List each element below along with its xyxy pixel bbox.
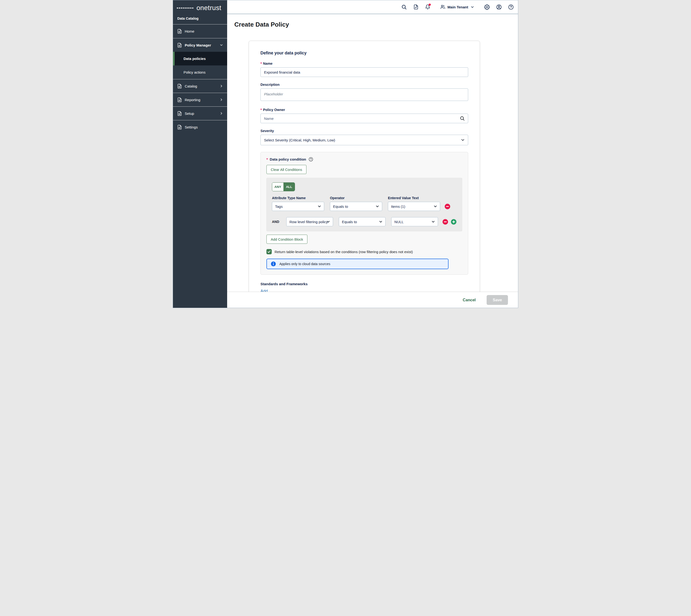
severity-field: Severity Select Severity (Critical, High… — [261, 129, 468, 145]
sidebar-item-label: Policy actions — [183, 70, 206, 74]
policy-owner-input[interactable] — [261, 114, 468, 123]
sidebar-item-label: Settings — [185, 125, 223, 129]
policy-owner-field: * Policy Owner — [261, 108, 468, 123]
operator-select[interactable]: Equals to — [339, 217, 385, 226]
severity-select[interactable]: Select Severity (Critical, High, Medium,… — [261, 135, 468, 145]
document-icon — [177, 84, 182, 89]
sidebar-item-policy-actions[interactable]: Policy actions — [173, 65, 227, 79]
condition-column-headers: Attribute Type Name Operator Entered Val… — [272, 196, 457, 200]
sidebar-item-catalog[interactable]: Catalog — [173, 79, 227, 93]
toggle-all[interactable]: ALL — [284, 183, 295, 191]
page-title: Create Data Policy — [234, 21, 518, 28]
add-condition-block-button[interactable]: Add Condition Block — [266, 235, 307, 244]
topbar: Main Tenant — [227, 0, 518, 14]
app-window: onetrust Data Catalog Home Policy Manage… — [173, 0, 518, 308]
chevron-down-icon — [326, 220, 330, 224]
tenant-label: Main Tenant — [448, 5, 468, 9]
any-all-toggle[interactable]: ANY ALL — [272, 182, 295, 191]
value-select[interactable]: Items (1) — [388, 202, 440, 211]
table-level-violations-option: Return table-level violations based on t… — [266, 249, 462, 254]
value-select-value: NULL — [394, 220, 403, 224]
operator-select-value: Equals to — [333, 204, 348, 208]
policy-owner-label: Policy Owner — [263, 108, 285, 112]
main-content: Create Data Policy Define your data poli… — [227, 14, 518, 292]
sidebar-item-label: Policy Manager — [185, 43, 217, 47]
document-icon — [177, 125, 182, 130]
document-icon — [177, 43, 182, 48]
sidebar-item-home[interactable]: Home — [173, 24, 227, 38]
tenant-switcher[interactable]: Main Tenant — [440, 4, 474, 9]
sidebar-item-data-policies[interactable]: Data policies — [173, 52, 227, 65]
operator-select[interactable]: Equals to — [330, 202, 382, 211]
remove-condition-button[interactable] — [442, 219, 448, 225]
settings-gear-icon[interactable] — [484, 4, 490, 10]
chevron-down-icon — [461, 138, 465, 142]
description-input[interactable] — [261, 88, 468, 101]
name-input[interactable] — [261, 67, 468, 77]
clear-all-conditions-button[interactable]: Clear All Conditions — [266, 165, 307, 174]
notifications-bell-icon[interactable] — [425, 4, 430, 9]
standards-add-link[interactable]: Add — [261, 289, 268, 292]
chevron-down-icon — [375, 204, 380, 208]
remove-condition-button[interactable] — [444, 203, 450, 210]
help-circle-icon[interactable] — [309, 157, 313, 161]
checkbox-label: Return table-level violations based on t… — [274, 250, 413, 254]
info-banner: Applies only to cloud data sources — [266, 259, 448, 269]
document-check-icon[interactable] — [413, 4, 419, 9]
account-avatar-icon[interactable] — [496, 4, 502, 10]
brand-wordmark: onetrust — [197, 4, 221, 12]
conjunction-label: AND — [272, 220, 281, 224]
sidebar-item-reporting[interactable]: Reporting — [173, 93, 227, 106]
attribute-select-value: Tags — [275, 204, 283, 208]
condition-row: AND Row level filtering policy Equals to — [272, 217, 457, 226]
data-policy-form-card: Define your data policy * Name Descripti… — [249, 41, 480, 292]
footer-action-bar: Cancel Save — [227, 292, 518, 308]
attribute-select[interactable]: Tags — [272, 202, 324, 211]
sidebar-item-policy-manager[interactable]: Policy Manager — [173, 38, 227, 52]
chevron-right-icon — [220, 84, 223, 88]
brand-logo: onetrust — [173, 0, 227, 13]
toggle-any[interactable]: ANY — [272, 183, 284, 191]
name-field: * Name — [261, 61, 468, 77]
operator-column-label: Operator — [330, 196, 382, 200]
search-icon[interactable] — [401, 4, 407, 10]
chevron-down-icon — [433, 204, 438, 208]
checkbox-checked[interactable] — [266, 249, 272, 254]
sidebar-item-label: Home — [185, 29, 223, 33]
value-select[interactable]: NULL — [391, 217, 438, 226]
required-marker: * — [261, 61, 262, 65]
condition-label: Data policy condition — [270, 157, 306, 161]
section-title: Define your data policy — [261, 50, 468, 56]
condition-panel: * Data policy condition Clear All Condit… — [261, 152, 468, 275]
sidebar-item-label: Catalog — [185, 84, 217, 88]
severity-select-value: Select Severity (Critical, High, Medium,… — [264, 138, 335, 142]
name-label: Name — [263, 62, 273, 65]
app-launcher-grid-icon[interactable] — [177, 7, 193, 8]
document-icon — [177, 111, 182, 116]
cancel-button[interactable]: Cancel — [463, 298, 475, 302]
sidebar: onetrust Data Catalog Home Policy Manage… — [173, 0, 227, 308]
condition-block: ANY ALL Attribute Type Name Operator Ent… — [266, 178, 462, 231]
help-icon[interactable] — [508, 4, 514, 10]
sidebar-item-setup[interactable]: Setup — [173, 106, 227, 120]
condition-row: Tags Equals to Items (1) — [272, 202, 457, 211]
description-label: Description — [261, 83, 280, 87]
attribute-column-label: Attribute Type Name — [272, 196, 324, 200]
severity-label: Severity — [261, 129, 274, 133]
sidebar-item-settings[interactable]: Settings — [173, 120, 227, 134]
sidebar-item-label: Reporting — [185, 98, 217, 102]
notification-badge-dot — [429, 4, 431, 6]
save-button[interactable]: Save — [487, 295, 508, 305]
chevron-right-icon — [220, 98, 223, 102]
chevron-down-icon — [431, 220, 436, 224]
sidebar-item-label: Data policies — [183, 57, 206, 61]
chevron-down-icon — [317, 204, 321, 208]
add-condition-button[interactable] — [451, 219, 457, 225]
sidebar-nav: Home Policy Manager Data policies Policy… — [173, 24, 227, 134]
chevron-down-icon — [220, 43, 223, 47]
operator-select-value: Equals to — [342, 220, 357, 224]
attribute-select[interactable]: Row level filtering policy — [286, 217, 333, 226]
info-banner-text: Applies only to cloud data sources — [280, 262, 330, 266]
required-marker: * — [261, 108, 262, 112]
search-icon[interactable] — [460, 116, 465, 121]
